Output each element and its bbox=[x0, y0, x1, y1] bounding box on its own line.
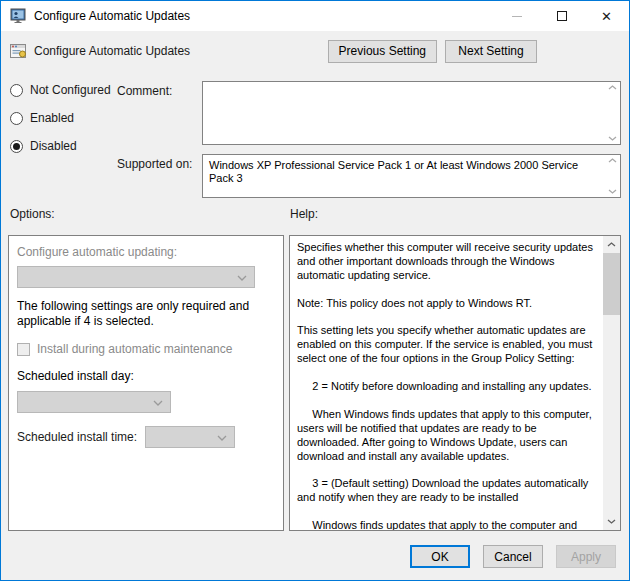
supported-on-value: Windows XP Professional Service Pack 1 o… bbox=[203, 155, 604, 197]
help-scrollbar[interactable] bbox=[603, 236, 620, 530]
help-text: Specifies whether this computer will rec… bbox=[290, 236, 603, 530]
section-labels: Options: Help: bbox=[1, 198, 629, 221]
radio-label: Enabled bbox=[30, 111, 74, 125]
help-panel: Specifies whether this computer will rec… bbox=[289, 235, 621, 531]
setting-header: Configure Automatic Updates Previous Set… bbox=[1, 31, 629, 71]
policy-setting-icon bbox=[10, 43, 26, 59]
radio-circle-icon bbox=[10, 112, 23, 125]
scroll-down-button[interactable] bbox=[603, 513, 620, 530]
supported-on-label: Supported on: bbox=[117, 154, 202, 198]
apply-button: Apply bbox=[556, 545, 616, 568]
options-section-label: Options: bbox=[10, 207, 290, 221]
previous-setting-button[interactable]: Previous Setting bbox=[328, 40, 437, 63]
radio-label: Not Configured bbox=[30, 83, 111, 97]
next-setting-button[interactable]: Next Setting bbox=[445, 40, 537, 63]
chevron-down-icon bbox=[153, 400, 163, 406]
window-title: Configure Automatic Updates bbox=[34, 9, 494, 23]
chevron-up-icon bbox=[608, 158, 617, 163]
scheduled-day-dropdown bbox=[17, 391, 171, 413]
comment-scroll bbox=[604, 82, 620, 144]
chevron-down-icon bbox=[608, 136, 617, 141]
chevron-down-icon bbox=[607, 519, 616, 524]
help-section-label: Help: bbox=[290, 207, 621, 221]
scrollbar-track[interactable] bbox=[603, 315, 620, 513]
chevron-down-icon bbox=[237, 275, 247, 281]
ok-button[interactable]: OK bbox=[410, 545, 470, 568]
scheduled-time-row: Scheduled install time: bbox=[17, 426, 275, 448]
scroll-up-button[interactable] bbox=[603, 236, 620, 253]
radio-circle-icon bbox=[10, 140, 23, 153]
scheduled-time-dropdown bbox=[145, 426, 235, 448]
comment-input[interactable] bbox=[203, 82, 604, 144]
configure-updating-dropdown bbox=[17, 266, 255, 288]
install-maintenance-row: Install during automatic maintenance bbox=[17, 342, 275, 356]
radio-not-configured[interactable]: Not Configured bbox=[10, 83, 117, 97]
checkbox-icon bbox=[17, 343, 30, 356]
chevron-down-icon bbox=[608, 189, 617, 194]
state-section: Not Configured Enabled Disabled Comment:… bbox=[1, 71, 629, 198]
configure-updating-label: Configure automatic updating: bbox=[17, 245, 275, 259]
maximize-button[interactable] bbox=[539, 1, 584, 31]
install-maintenance-label: Install during automatic maintenance bbox=[37, 342, 232, 356]
radio-label: Disabled bbox=[30, 139, 77, 153]
close-button[interactable]: ✕ bbox=[584, 1, 629, 31]
radio-disabled[interactable]: Disabled bbox=[10, 139, 117, 153]
panels: Configure automatic updating: The follow… bbox=[1, 221, 629, 531]
footer: OK Cancel Apply bbox=[1, 531, 629, 568]
cancel-button[interactable]: Cancel bbox=[483, 545, 543, 568]
chevron-up-icon bbox=[608, 85, 617, 90]
scrollbar-thumb[interactable] bbox=[603, 253, 620, 315]
minimize-icon bbox=[512, 16, 522, 17]
scheduled-time-label: Scheduled install time: bbox=[17, 430, 137, 444]
minimize-button bbox=[494, 1, 539, 31]
titlebar: Configure Automatic Updates ✕ bbox=[1, 1, 629, 31]
comment-label: Comment: bbox=[117, 81, 202, 145]
app-icon bbox=[10, 8, 26, 24]
state-radio-group: Not Configured Enabled Disabled bbox=[10, 81, 117, 198]
supported-on-scroll bbox=[604, 155, 620, 197]
setting-name: Configure Automatic Updates bbox=[34, 44, 328, 58]
options-panel: Configure automatic updating: The follow… bbox=[8, 235, 284, 531]
close-icon: ✕ bbox=[601, 10, 612, 23]
radio-circle-icon bbox=[10, 84, 23, 97]
options-note: The following settings are only required… bbox=[17, 299, 279, 329]
supported-on-box: Windows XP Professional Service Pack 1 o… bbox=[202, 154, 621, 198]
chevron-up-icon bbox=[607, 242, 616, 247]
radio-enabled[interactable]: Enabled bbox=[10, 111, 117, 125]
chevron-down-icon bbox=[217, 435, 227, 441]
comment-box bbox=[202, 81, 621, 145]
group-policy-setting-dialog: Configure Automatic Updates ✕ Configure … bbox=[0, 0, 630, 581]
maximize-icon bbox=[557, 11, 567, 21]
scheduled-day-label: Scheduled install day: bbox=[17, 369, 275, 383]
